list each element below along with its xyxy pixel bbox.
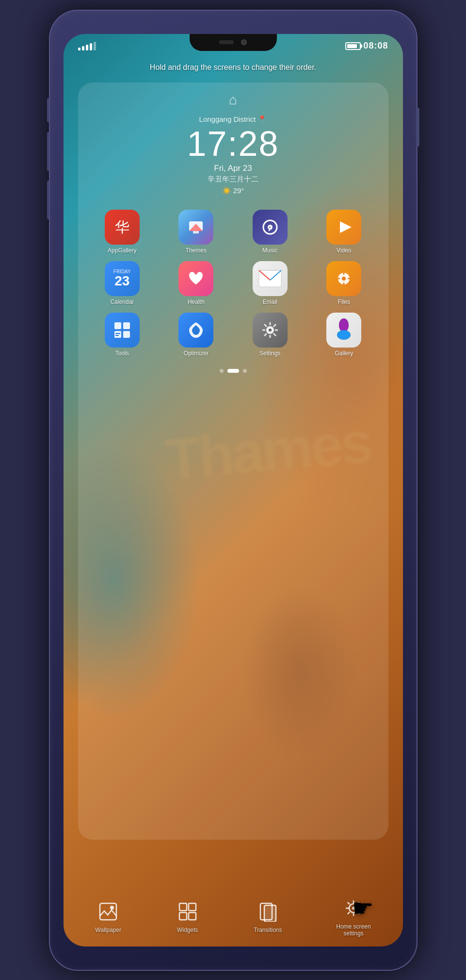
page-dot-1[interactable]	[220, 369, 224, 373]
transitions-icon	[256, 899, 280, 924]
gallery-svg	[332, 318, 356, 342]
app-item-health[interactable]: Health	[161, 261, 231, 305]
app-label-optimizer: Optimizer	[184, 350, 209, 357]
app-icon-tools	[105, 313, 140, 348]
app-item-gallery[interactable]: Gallery	[309, 313, 379, 357]
voice-button[interactable]	[47, 181, 49, 219]
app-item-appgallery[interactable]: 华 AppGallery	[88, 210, 157, 254]
svg-point-37	[339, 318, 349, 332]
app-label-appgallery: AppGallery	[108, 247, 136, 254]
optimizer-svg	[185, 319, 207, 341]
home-icon: ⌂	[229, 92, 237, 108]
transitions-svg	[257, 901, 278, 922]
app-item-calendar[interactable]: Friday 23 Calendar	[88, 261, 157, 305]
phone-screen: Thames 08:08 Hold and drag the scr	[64, 34, 403, 947]
app-item-optimizer[interactable]: Optimizer	[161, 313, 231, 357]
files-svg	[333, 268, 354, 289]
svg-rect-44	[189, 913, 196, 920]
app-label-settings: Settings	[259, 350, 280, 357]
dock-transitions[interactable]: Transitions	[254, 899, 282, 933]
tools-svg	[112, 319, 133, 341]
app-icon-video	[326, 210, 361, 245]
app-icon-music: ♪	[253, 210, 288, 245]
app-icon-files	[326, 261, 361, 296]
app-item-music[interactable]: ♪ Music	[236, 210, 305, 254]
clock-time: 17:28	[187, 126, 279, 161]
settings-svg	[259, 319, 281, 341]
app-item-themes[interactable]: Themes	[161, 210, 231, 254]
app-icon-themes	[178, 210, 213, 245]
wallpaper-icon	[96, 899, 120, 924]
svg-rect-23	[115, 333, 120, 334]
app-item-tools[interactable]: Tools	[88, 313, 157, 357]
notch	[190, 34, 277, 51]
app-label-tools: Tools	[115, 350, 129, 357]
signal-bar-4	[90, 43, 92, 50]
dock-label-homescreen-settings: Home screensettings	[336, 923, 370, 937]
dock-wallpaper[interactable]: Wallpaper	[95, 899, 121, 933]
svg-point-40	[110, 906, 114, 910]
signal-bar-1	[78, 48, 80, 50]
app-label-music: Music	[262, 247, 277, 254]
clock-location: Longgang District 📍	[187, 115, 279, 124]
app-label-calendar: Calendar	[110, 299, 134, 305]
battery-icon	[345, 42, 361, 50]
calendar-day-number: 23	[114, 274, 129, 288]
homescreen-card: ⌂ Longgang District 📍 17:28 Fri, Apr 23 …	[78, 83, 388, 840]
clock-lunar: 辛丑年三月十二	[187, 175, 279, 184]
app-label-gallery: Gallery	[335, 350, 353, 357]
signal-bar-2	[82, 46, 84, 50]
email-svg	[258, 269, 282, 288]
svg-line-32	[273, 333, 276, 336]
app-icon-optimizer	[178, 313, 213, 348]
app-item-settings[interactable]: Settings	[236, 313, 305, 357]
wallpaper-svg	[98, 901, 118, 922]
svg-rect-24	[115, 335, 119, 336]
page-dot-3[interactable]	[243, 369, 247, 373]
front-camera	[241, 39, 247, 45]
power-button[interactable]	[417, 108, 419, 147]
app-label-files: Files	[338, 299, 350, 305]
svg-rect-3	[193, 231, 199, 233]
clock-widget: Longgang District 📍 17:28 Fri, Apr 23 辛丑…	[187, 115, 279, 195]
app-label-themes: Themes	[186, 247, 207, 254]
svg-rect-39	[100, 903, 116, 920]
phone-frame: Thames 08:08 Hold and drag the scr	[49, 10, 418, 971]
svg-rect-42	[189, 903, 196, 911]
app-item-email[interactable]: Email	[236, 261, 305, 305]
app-icon-calendar: Friday 23	[105, 261, 140, 296]
volume-down-button[interactable]	[47, 132, 49, 171]
app-label-email: Email	[263, 299, 277, 305]
svg-rect-41	[179, 903, 187, 911]
battery-fill	[347, 44, 356, 48]
page-dot-2[interactable]	[227, 369, 239, 373]
app-grid: 华 AppGallery Themes	[85, 205, 381, 362]
app-item-video[interactable]: Video	[309, 210, 379, 254]
app-icon-email	[253, 261, 288, 296]
app-icon-health	[178, 261, 213, 296]
svg-text:华: 华	[115, 219, 129, 235]
app-icon-settings	[253, 313, 288, 348]
music-svg: ♪	[259, 216, 281, 238]
app-item-files[interactable]: Files	[309, 261, 379, 305]
svg-rect-20	[123, 322, 130, 329]
dock-widgets[interactable]: Widgets	[176, 899, 200, 933]
signal-bar-3	[86, 45, 88, 50]
dock-label-wallpaper: Wallpaper	[95, 927, 121, 933]
volume-up-button[interactable]	[47, 98, 49, 122]
svg-marker-8	[340, 221, 352, 233]
app-icon-gallery	[326, 313, 361, 348]
calendar-day-label: Friday	[113, 269, 131, 274]
svg-line-33	[273, 324, 276, 327]
svg-point-14	[342, 277, 346, 281]
themes-svg	[185, 216, 207, 238]
clock-date: Fri, Apr 23	[187, 164, 279, 173]
svg-line-53	[348, 902, 350, 904]
notch-sensor	[219, 40, 234, 44]
svg-line-34	[264, 333, 267, 336]
svg-rect-22	[123, 331, 130, 338]
video-svg	[333, 216, 354, 238]
app-label-video: Video	[337, 247, 351, 254]
svg-line-56	[348, 912, 350, 914]
battery-area: 08:08	[345, 41, 388, 51]
